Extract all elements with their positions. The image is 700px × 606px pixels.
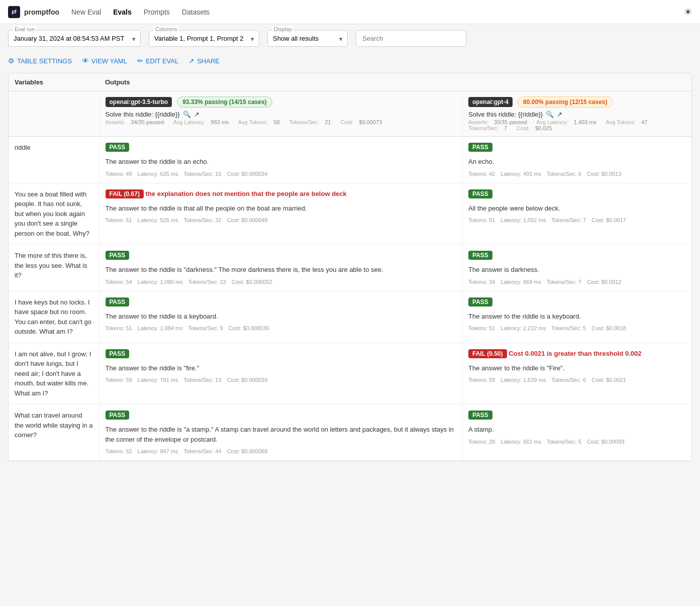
- search-input[interactable]: [356, 30, 466, 47]
- eval-run-wrapper: Eval run January 31, 2024 at 08:54:53 AM…: [8, 30, 141, 47]
- columns-wrapper: Columns Variable 1, Prompt 1, Prompt 2: [149, 30, 259, 47]
- cell-stats: Tokens: 51 Latency: 2,212 ms Tokens/Sec:…: [468, 325, 685, 331]
- tokens-label: Tokens: 49: [106, 171, 132, 177]
- tokens-label: Tokens: 51: [468, 325, 495, 331]
- model1-stats: Asserts: 34/35 passed Avg Latency: 983 m…: [106, 119, 456, 125]
- answer-text: The answer to the riddle is a keyboard.: [106, 312, 456, 322]
- table-row: I have keys but no locks. I have space b…: [9, 291, 691, 343]
- output-cell: PASSThe answer to the riddle is "darknes…: [99, 245, 462, 291]
- tokens-label: Tokens: 62: [106, 448, 132, 454]
- answer-text: The answer to the riddle is "a stamp." A…: [106, 425, 456, 444]
- cost-label: Cost: $0.000052: [232, 279, 272, 285]
- variable-text: I have keys but no locks. I have space b…: [9, 291, 99, 343]
- tokens-label: Tokens: 51: [468, 217, 495, 223]
- display-select[interactable]: Show all results: [267, 30, 348, 47]
- variable-text: You see a boat filled with people. It ha…: [9, 183, 99, 245]
- table-row: The more of this there is, the less you …: [9, 245, 691, 291]
- variable-text: I am not alive, but I grow; I don't have…: [9, 343, 99, 405]
- output-cell: PASSAll the people were below deck. Toke…: [462, 183, 691, 245]
- nav-datasets[interactable]: Datasets: [182, 6, 210, 18]
- columns-select[interactable]: Variable 1, Prompt 1, Prompt 2: [149, 30, 259, 47]
- logo-icon: pf: [8, 6, 20, 18]
- cell-stats: Tokens: 62 Latency: 847 ms Tokens/Sec: 4…: [106, 448, 456, 454]
- logo[interactable]: pf promptfoo: [8, 6, 59, 18]
- answer-text: The answer to the riddle is "Fire".: [468, 363, 685, 373]
- output-cell: PASSThe answer to the riddle is an echo.…: [99, 137, 462, 183]
- nav-evals[interactable]: Evals: [113, 6, 132, 18]
- cell-stats: Tokens: 51 Latency: 1,052 ms Tokens/Sec:…: [468, 217, 685, 223]
- fail-badge: FAIL (0.50): [468, 349, 507, 358]
- pass-badge: PASS: [106, 349, 130, 358]
- cost-label: Cost: $0.0017: [591, 217, 626, 223]
- tokens-label: Tokens: 28: [468, 439, 495, 445]
- latency-label: Latency: 526 ms: [138, 217, 178, 223]
- share-button[interactable]: ↗ SHARE: [188, 57, 220, 65]
- model2-external-link-icon[interactable]: ↗: [557, 111, 562, 118]
- output-cell: PASSThe answer to the riddle is "fire." …: [99, 343, 462, 405]
- output-cell: FAIL (0.50) Cost 0.0021 is greater than …: [462, 343, 691, 405]
- toolbar: Eval run January 31, 2024 at 08:54:53 AM…: [0, 24, 700, 53]
- tokens-sec-label: Tokens/Sec: 6: [551, 377, 586, 383]
- tokens-sec-label: Tokens/Sec: 5: [547, 439, 581, 445]
- cost-label: Cost: $0.000034: [227, 171, 268, 177]
- pass-badge: PASS: [468, 143, 492, 152]
- cost-label: Cost: $0.0018: [591, 325, 626, 331]
- variable-text: riddle: [9, 137, 99, 159]
- tokens-sec-label: Tokens/Sec: 16: [183, 171, 221, 177]
- latency-label: Latency: 491 ms: [501, 171, 541, 177]
- cost-label: Cost: $0.000068: [227, 448, 268, 454]
- nav-prompts[interactable]: Prompts: [144, 6, 170, 18]
- model1-search-icon[interactable]: 🔍: [183, 111, 191, 118]
- model2-search-icon[interactable]: 🔍: [546, 111, 554, 118]
- tokens-sec-label: Tokens/Sec: 6: [547, 171, 581, 177]
- edit-eval-label: EDIT EVAL: [146, 57, 178, 65]
- answer-text: A stamp.: [468, 425, 685, 435]
- tokens-sec-label: Tokens/Sec: 13: [183, 377, 221, 383]
- latency-label: Latency: 781 ms: [138, 377, 178, 383]
- table-settings-button[interactable]: ⚙ TABLE SETTINGS: [8, 57, 72, 65]
- eval-run-select[interactable]: January 31, 2024 at 08:54:53 AM PST: [8, 30, 141, 47]
- nav-new-eval[interactable]: New Eval: [71, 6, 101, 18]
- theme-toggle-icon[interactable]: ☀: [684, 7, 692, 18]
- latency-label: Latency: 2,212 ms: [501, 325, 546, 331]
- display-group: Display Show all results: [267, 30, 348, 47]
- answer-text: The answer to the riddle is that all the…: [106, 204, 456, 214]
- tokens-label: Tokens: 61: [106, 217, 132, 223]
- fail-badge: FAIL (0.67): [106, 189, 144, 198]
- cost-label: Cost: $0.00093: [587, 439, 625, 445]
- tokens-label: Tokens: 42: [468, 171, 495, 177]
- variable-cell: I have keys but no locks. I have space b…: [9, 291, 99, 343]
- tokens-label: Tokens: 51: [106, 325, 132, 331]
- output-cell: PASSThe answer to the riddle is a keyboa…: [99, 291, 462, 343]
- variable-cell: I am not alive, but I grow; I don't have…: [9, 343, 99, 405]
- fail-reason: Cost 0.0021 is greater than threshold 0.…: [509, 350, 641, 357]
- tokens-label: Tokens: 54: [106, 279, 132, 285]
- eval-run-group: Eval run January 31, 2024 at 08:54:53 AM…: [8, 30, 141, 47]
- pass-badge: PASS: [106, 143, 130, 152]
- top-nav: pf promptfoo New Eval Evals Prompts Data…: [0, 0, 700, 24]
- answer-text: The answer to the riddle is a keyboard.: [468, 312, 685, 322]
- model2-prompt: Solve this riddle: {{riddle}} 🔍 ↗: [468, 111, 685, 118]
- model1-external-link-icon[interactable]: ↗: [194, 111, 199, 118]
- display-label: Display: [272, 26, 293, 32]
- pass-badge: PASS: [468, 189, 492, 198]
- answer-text: An echo.: [468, 157, 685, 167]
- cost-label: Cost: $0.000039: [227, 377, 268, 383]
- table-row: What can travel around the world while s…: [9, 405, 691, 461]
- cost-label: Cost: $0.0012: [587, 279, 622, 285]
- variable-cell: riddle: [9, 137, 99, 183]
- model1-prompt: Solve this riddle: {{riddle}} 🔍 ↗: [106, 111, 456, 118]
- cost-label: Cost: $0.0021: [591, 377, 626, 383]
- view-yaml-button[interactable]: 👁 VIEW YAML: [82, 57, 127, 65]
- model-header-row: openai:gpt-3.5-turbo 93.33% passing (14/…: [9, 91, 691, 137]
- latency-label: Latency: 635 ms: [138, 171, 178, 177]
- output-cell: PASSThe answer to the riddle is "a stamp…: [99, 405, 462, 461]
- table-row: I am not alive, but I grow; I don't have…: [9, 343, 691, 405]
- table-row: You see a boat filled with people. It ha…: [9, 183, 691, 245]
- output-cell: PASSA stamp. Tokens: 28 Latency: 661 ms …: [462, 405, 691, 461]
- cell-stats: Tokens: 49 Latency: 635 ms Tokens/Sec: 1…: [106, 171, 456, 177]
- edit-eval-button[interactable]: ✏ EDIT EVAL: [137, 57, 178, 65]
- tokens-sec-label: Tokens/Sec: 32: [183, 217, 221, 223]
- output-cell: FAIL (0.67) the explanation does not men…: [99, 183, 462, 245]
- cell-stats: Tokens: 59 Latency: 1,629 ms Tokens/Sec:…: [468, 377, 685, 383]
